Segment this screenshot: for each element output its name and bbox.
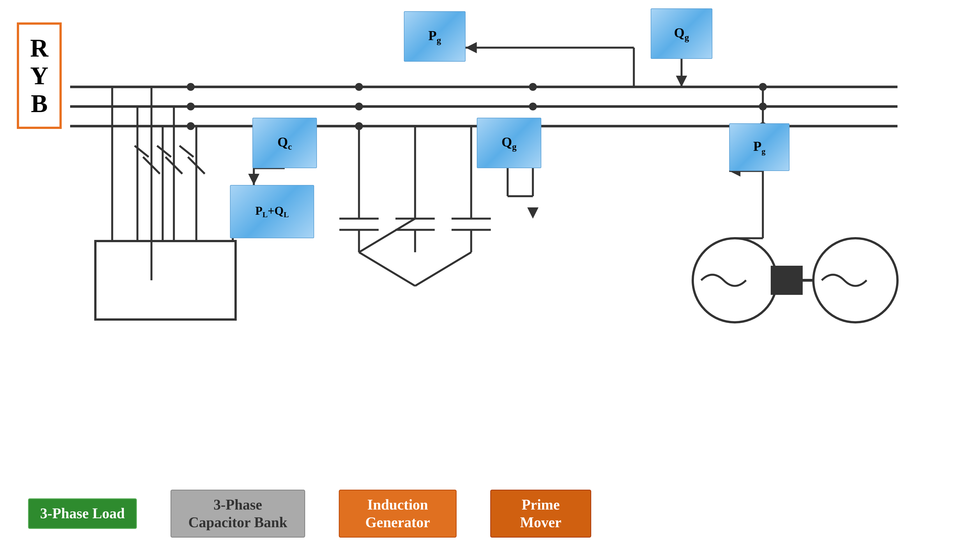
svg-line-19	[135, 146, 149, 157]
svg-point-13	[759, 103, 767, 110]
svg-line-18	[143, 157, 160, 174]
svg-marker-58	[466, 42, 477, 53]
svg-line-22	[188, 157, 205, 174]
qg-mid-label: Qg	[501, 134, 516, 152]
svg-line-20	[165, 157, 182, 174]
svg-point-7	[355, 103, 363, 110]
svg-line-49	[359, 252, 415, 286]
pg-top-box: Pg	[404, 11, 466, 61]
svg-point-68	[813, 238, 897, 322]
legend-prime-mover: PrimeMover	[490, 490, 591, 538]
svg-point-6	[355, 83, 363, 91]
ryb-box: R Y B	[17, 22, 62, 129]
qc-mid-label: Qc	[277, 134, 292, 152]
legend: 3-Phase Load 3-PhaseCapacitor Bank Induc…	[28, 490, 591, 538]
svg-marker-29	[248, 174, 260, 185]
svg-point-67	[693, 238, 777, 322]
svg-line-51	[359, 219, 415, 252]
pl-ql-box: PL+QL	[230, 185, 314, 238]
svg-point-3	[187, 83, 195, 91]
svg-rect-69	[771, 266, 802, 294]
svg-point-8	[355, 122, 363, 130]
svg-rect-75	[95, 241, 236, 319]
svg-point-9	[529, 83, 537, 91]
legend-cap-bank: 3-PhaseCapacitor Bank	[170, 490, 305, 538]
qg-top-box: Qg	[651, 8, 713, 59]
qg-top-label: Qg	[674, 25, 689, 43]
pg-right-box: Pg	[729, 123, 789, 171]
diagram-svg	[0, 0, 969, 560]
pl-ql-label: PL+QL	[255, 204, 289, 219]
svg-point-10	[529, 103, 537, 110]
pg-top-label: Pg	[428, 28, 441, 45]
svg-point-5	[187, 122, 195, 130]
legend-phase-load: 3-Phase Load	[28, 499, 137, 528]
ryb-label: R Y B	[19, 34, 60, 118]
svg-line-21	[157, 146, 171, 157]
diagram-area: R Y B Pg Qg Qc PL+QL Qg Pg 3-Phase Load …	[0, 0, 969, 560]
svg-line-50	[415, 252, 471, 286]
legend-induction-gen: InductionGenerator	[339, 490, 456, 538]
svg-marker-60	[676, 76, 687, 87]
svg-marker-53	[527, 208, 538, 219]
pg-right-label: Pg	[753, 138, 765, 156]
qc-mid-box: Qc	[252, 118, 317, 168]
svg-point-12	[759, 83, 767, 91]
qg-mid-box: Qg	[477, 118, 541, 168]
svg-line-23	[180, 146, 193, 157]
svg-point-4	[187, 103, 195, 110]
